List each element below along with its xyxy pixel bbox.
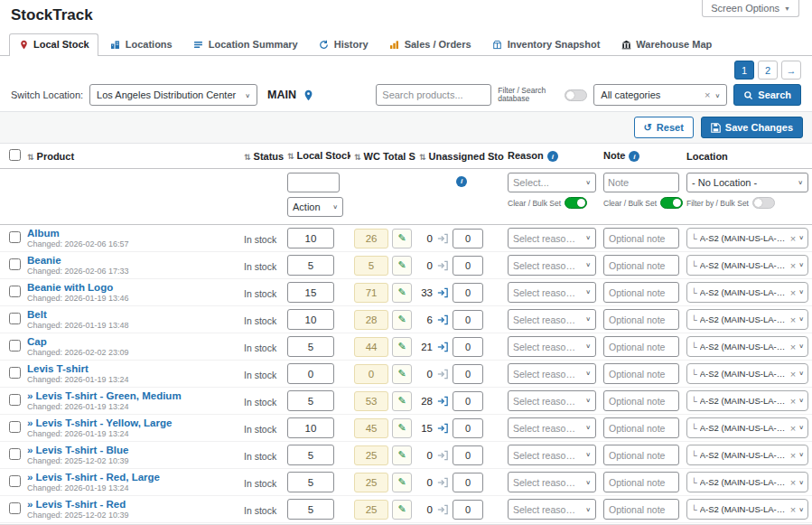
reason-select[interactable]: Select reason... ∨: [508, 445, 596, 465]
clear-location-icon[interactable]: ×: [790, 477, 796, 488]
assign-stock-icon[interactable]: [437, 314, 448, 325]
screen-options-button[interactable]: Screen Options ▼: [702, 0, 799, 17]
edit-wc-stock-button[interactable]: ✎: [392, 418, 412, 438]
filter-db-toggle[interactable]: [565, 89, 587, 101]
local-stock-input[interactable]: [287, 499, 334, 520]
reason-select[interactable]: Select reason... ∨: [508, 363, 596, 384]
tab-warehouse-map[interactable]: Warehouse Map: [611, 33, 721, 55]
row-checkbox[interactable]: [9, 286, 21, 297]
assign-amount-input[interactable]: [453, 445, 483, 465]
reason-select[interactable]: Select reason... ∨: [508, 282, 596, 303]
assign-stock-icon[interactable]: [437, 504, 448, 515]
bulk-stock-input[interactable]: [287, 173, 340, 192]
assign-amount-input[interactable]: [453, 391, 483, 411]
note-input[interactable]: [603, 445, 679, 465]
assign-stock-icon[interactable]: [437, 260, 448, 271]
assign-stock-icon[interactable]: [437, 342, 448, 352]
local-stock-input[interactable]: [287, 472, 334, 492]
assign-amount-input[interactable]: [453, 310, 483, 330]
location-select[interactable]: └ A-S2 (MAIN-US-LA-A-S2) × ∨: [686, 499, 808, 520]
tab-history[interactable]: History: [310, 33, 378, 55]
tab-sales-orders[interactable]: Sales / Orders: [380, 33, 481, 55]
assign-stock-icon[interactable]: [437, 423, 448, 434]
row-checkbox[interactable]: [9, 475, 21, 487]
row-checkbox[interactable]: [9, 394, 21, 406]
row-checkbox[interactable]: [9, 448, 21, 460]
sort-icon[interactable]: ⇅: [244, 153, 251, 162]
assign-stock-icon[interactable]: [437, 287, 448, 298]
reason-select[interactable]: Select reason... ∨: [508, 417, 596, 438]
note-input[interactable]: [603, 472, 679, 492]
product-link[interactable]: » Levis T-shirt - Yellow, Large: [27, 417, 237, 428]
local-stock-input[interactable]: [287, 336, 334, 357]
clear-location-icon[interactable]: ×: [790, 342, 796, 352]
assign-stock-icon[interactable]: [437, 233, 448, 244]
location-select[interactable]: └ A-S2 (MAIN-US-LA-A-S2) × ∨: [686, 309, 808, 330]
location-select[interactable]: └ A-S2 (MAIN-US-LA-A-S2) × ∨: [686, 417, 808, 438]
sort-icon[interactable]: ⇅: [354, 153, 361, 162]
note-input[interactable]: [603, 255, 679, 276]
local-stock-input[interactable]: [287, 417, 334, 438]
local-stock-input[interactable]: [287, 309, 334, 330]
assign-amount-input[interactable]: [453, 500, 483, 520]
row-checkbox[interactable]: [9, 258, 21, 270]
assign-amount-input[interactable]: [453, 473, 483, 492]
assign-amount-input[interactable]: [453, 364, 483, 384]
tab-locations[interactable]: Locations: [101, 33, 182, 55]
reset-button[interactable]: ↺ Reset: [634, 117, 694, 138]
select-all-checkbox[interactable]: [9, 149, 21, 161]
location-select[interactable]: └ A-S2 (MAIN-US-LA-A-S2) × ∨: [686, 336, 808, 357]
edit-wc-stock-button[interactable]: ✎: [392, 364, 412, 384]
edit-wc-stock-button[interactable]: ✎: [392, 229, 412, 248]
search-input[interactable]: [376, 84, 491, 106]
column-header-wc-total[interactable]: WC Total Stock: [364, 151, 415, 162]
assign-amount-input[interactable]: [453, 229, 483, 248]
local-stock-input[interactable]: [287, 228, 334, 248]
local-stock-input[interactable]: [287, 363, 334, 384]
location-switch-select[interactable]: Los Angeles Distribution Center ∨: [89, 84, 257, 106]
product-link[interactable]: Levis T-shirt: [27, 363, 237, 374]
tab-local-stock[interactable]: Local Stock: [9, 33, 98, 56]
bulk-action-select[interactable]: Action ∨: [287, 197, 343, 217]
clear-location-icon[interactable]: ×: [790, 287, 796, 298]
note-input[interactable]: [603, 363, 679, 384]
note-input[interactable]: [603, 390, 679, 411]
reason-select[interactable]: Select reason... ∨: [508, 309, 596, 330]
page-button-1[interactable]: 1: [734, 61, 754, 80]
product-link[interactable]: Belt: [27, 309, 237, 320]
product-link[interactable]: Album: [27, 228, 237, 239]
product-link[interactable]: Beanie with Logo: [27, 282, 237, 293]
note-input[interactable]: [603, 309, 679, 330]
column-header-local-stock[interactable]: Local Stock: [297, 150, 350, 161]
edit-wc-stock-button[interactable]: ✎: [392, 473, 412, 492]
search-button[interactable]: Search: [733, 84, 801, 106]
bulk-note-input[interactable]: [603, 173, 679, 192]
edit-wc-stock-button[interactable]: ✎: [392, 337, 412, 357]
reason-select[interactable]: Select reason... ∨: [508, 255, 596, 276]
product-link[interactable]: Cap: [27, 336, 237, 347]
clear-location-icon[interactable]: ×: [790, 504, 796, 515]
row-checkbox[interactable]: [9, 313, 21, 324]
row-checkbox[interactable]: [9, 502, 21, 514]
location-select[interactable]: └ A-S2 (MAIN-US-LA-A-S2) × ∨: [686, 445, 808, 465]
product-link[interactable]: » Levis T-shirt - Blue: [27, 445, 237, 455]
local-stock-input[interactable]: [287, 282, 334, 303]
column-header-product[interactable]: Product: [37, 151, 75, 162]
row-checkbox[interactable]: [9, 340, 21, 352]
tab-inventory-snapshot[interactable]: Inventory Snapshot: [483, 33, 610, 55]
reason-select[interactable]: Select reason... ∨: [508, 499, 596, 520]
column-header-status[interactable]: Status: [254, 151, 284, 162]
row-checkbox[interactable]: [9, 231, 21, 243]
clear-location-icon[interactable]: ×: [790, 260, 796, 271]
assign-stock-icon[interactable]: [437, 369, 448, 380]
product-link[interactable]: » Levis T-shirt - Green, Medium: [27, 390, 237, 401]
location-select[interactable]: └ A-S2 (MAIN-US-LA-A-S2) × ∨: [686, 363, 808, 384]
note-input[interactable]: [603, 417, 679, 438]
row-checkbox[interactable]: [9, 421, 21, 433]
bulk-reason-select[interactable]: Select... ∨: [508, 173, 596, 192]
edit-wc-stock-button[interactable]: ✎: [392, 283, 412, 303]
clear-location-icon[interactable]: ×: [790, 233, 796, 244]
column-header-unassigned[interactable]: Unassigned Stock: [429, 151, 504, 162]
assign-amount-input[interactable]: [453, 418, 483, 438]
product-link[interactable]: » Levis T-shirt - Red, Large: [27, 472, 237, 483]
